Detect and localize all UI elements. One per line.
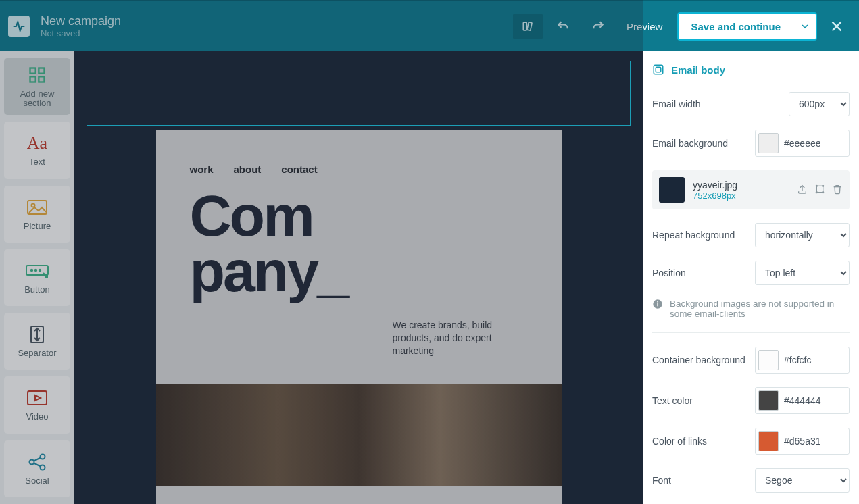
redo-button[interactable] (583, 14, 613, 39)
app-logo (8, 16, 30, 37)
delete-icon[interactable] (832, 184, 843, 197)
tool-button[interactable]: Button (4, 249, 70, 306)
tool-social[interactable]: Social (4, 440, 70, 497)
svg-line-20 (34, 463, 41, 466)
bg-filename: yyaveir.jpg (693, 180, 789, 191)
templates-button[interactable] (513, 14, 543, 39)
swatch (758, 133, 779, 153)
svg-rect-23 (816, 186, 823, 192)
picture-icon (27, 197, 47, 218)
save-status: Not saved (41, 28, 121, 39)
button-icon (26, 261, 49, 281)
email-container[interactable]: work about contact Com pany_ We create b… (156, 130, 562, 504)
svg-point-13 (39, 270, 41, 271)
svg-point-17 (41, 454, 45, 459)
svg-rect-5 (39, 68, 44, 73)
title-block: New campaign Not saved (41, 14, 121, 39)
separator-icon (27, 324, 47, 345)
email-bg-color-input[interactable]: #eeeeee (755, 130, 850, 157)
tool-label: Add new section (20, 89, 55, 109)
nav-link[interactable]: about (234, 163, 262, 175)
separator (652, 332, 850, 333)
swatch (758, 431, 779, 451)
video-icon (27, 388, 47, 408)
repeat-bg-select[interactable]: horizontally (755, 223, 850, 247)
svg-point-12 (35, 270, 36, 271)
container-bg-input[interactable]: #fcfcfc (755, 347, 850, 374)
tool-video[interactable]: Video (4, 376, 70, 433)
tool-label: Picture (24, 222, 51, 231)
info-icon (652, 299, 664, 319)
svg-rect-7 (39, 76, 44, 82)
svg-point-18 (41, 465, 45, 470)
save-dropdown[interactable] (793, 14, 816, 39)
svg-rect-4 (30, 68, 36, 73)
svg-point-9 (32, 203, 35, 207)
svg-rect-29 (657, 303, 658, 307)
svg-point-30 (657, 301, 658, 303)
link-color-label: Color of links (652, 436, 755, 447)
body-icon (652, 64, 664, 76)
font-label: Font (652, 475, 755, 486)
nav-link[interactable]: contact (281, 163, 317, 175)
svg-point-16 (30, 459, 34, 464)
bg-dimensions: 752x698px (693, 191, 789, 201)
position-row: Position Top left (652, 261, 850, 285)
tool-separator[interactable]: Separator (4, 313, 70, 370)
text-icon: Aa (27, 133, 47, 153)
svg-rect-0 (523, 22, 526, 30)
email-width-label: Email width (652, 99, 789, 109)
link-color-input[interactable]: #d65a31 (755, 428, 850, 455)
email-nav: work about contact (156, 130, 562, 175)
selected-section-outline[interactable] (87, 61, 631, 126)
bg-thumbnail (659, 177, 685, 203)
properties-panel: Email body Email width 600px Email backg… (643, 51, 859, 504)
repeat-bg-row: Repeat background horizontally (652, 223, 850, 247)
grid-icon (28, 65, 47, 85)
nav-link[interactable]: work (190, 163, 214, 175)
repeat-bg-label: Repeat background (652, 230, 755, 241)
panel-title: Email body (652, 64, 850, 76)
tool-sidebar: Add new section Aa Text Picture Button S… (0, 51, 74, 504)
tool-text[interactable]: Aa Text (4, 122, 70, 178)
header: New campaign Not saved Preview Save and … (0, 0, 859, 51)
font-select[interactable]: Segoe (755, 468, 850, 493)
svg-rect-21 (654, 65, 663, 74)
container-bg-label: Container background (652, 355, 755, 366)
tool-picture[interactable]: Picture (4, 186, 70, 243)
crop-icon[interactable] (814, 184, 825, 197)
email-width-row: Email width 600px (652, 92, 850, 116)
save-button-group: Save and continue (677, 12, 817, 41)
social-icon (28, 452, 47, 472)
email-hero-image (156, 384, 562, 486)
tool-label: Separator (18, 349, 56, 358)
logo-line-2: pany_ (190, 244, 528, 299)
tool-label: Text (29, 157, 45, 167)
svg-rect-15 (28, 391, 47, 405)
svg-point-11 (31, 270, 32, 271)
swatch (758, 390, 779, 411)
tool-add-section[interactable]: Add new section (4, 58, 70, 115)
font-row: Font Segoe (652, 468, 850, 493)
link-color-row: Color of links #d65a31 (652, 428, 850, 455)
swatch (758, 350, 779, 370)
tool-label: Button (24, 285, 50, 295)
email-width-select[interactable]: 600px (789, 92, 850, 116)
email-logo: Com pany_ (156, 175, 562, 299)
email-bg-label: Email background (652, 138, 755, 149)
tool-label: Video (26, 412, 48, 422)
text-color-input[interactable]: #444444 (755, 387, 850, 414)
undo-button[interactable] (548, 14, 578, 39)
svg-rect-6 (30, 76, 36, 82)
svg-rect-22 (656, 67, 661, 72)
save-button[interactable]: Save and continue (679, 14, 793, 39)
bg-image-file: yyaveir.jpg 752x698px (652, 170, 850, 209)
svg-rect-1 (527, 22, 532, 30)
upload-icon[interactable] (797, 184, 808, 197)
preview-button[interactable]: Preview (618, 14, 670, 39)
position-label: Position (652, 268, 755, 278)
logo-line-1: Com (190, 188, 528, 244)
close-button[interactable] (821, 19, 852, 34)
editor-canvas[interactable]: work about contact Com pany_ We create b… (74, 51, 643, 504)
position-select[interactable]: Top left (755, 261, 850, 285)
